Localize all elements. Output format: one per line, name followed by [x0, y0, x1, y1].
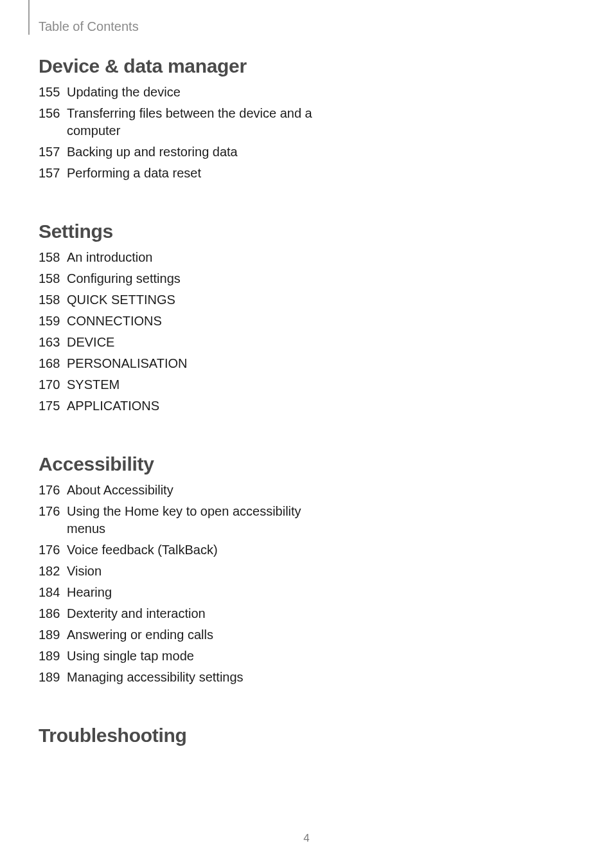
toc-section-settings: Settings 158 An introduction 158 Configu…	[39, 221, 315, 415]
toc-item[interactable]: 156 Transferring files between the devic…	[39, 105, 315, 140]
toc-page-number: 158	[39, 249, 67, 266]
toc-item-text: Vision	[67, 563, 315, 580]
toc-item[interactable]: 163 DEVICE	[39, 334, 315, 351]
toc-page-number: 168	[39, 355, 67, 372]
toc-page-number: 182	[39, 563, 67, 580]
toc-content: Device & data manager 155 Updating the d…	[39, 55, 315, 785]
toc-page-number: 189	[39, 626, 67, 644]
toc-item[interactable]: 157 Backing up and restoring data	[39, 143, 315, 161]
toc-list: 155 Updating the device 156 Transferring…	[39, 84, 315, 182]
toc-item-text: CONNECTIONS	[67, 312, 315, 330]
toc-page-number: 175	[39, 397, 67, 415]
toc-item-text: APPLICATIONS	[67, 397, 315, 415]
toc-item-text: Answering or ending calls	[67, 626, 315, 644]
section-title[interactable]: Device & data manager	[39, 55, 315, 77]
toc-item-text: Using the Home key to open accessibility…	[67, 503, 315, 538]
toc-page-number: 176	[39, 503, 67, 520]
toc-page-number: 176	[39, 482, 67, 499]
section-title[interactable]: Settings	[39, 221, 315, 242]
toc-page-number: 184	[39, 584, 67, 601]
toc-item[interactable]: 158 Configuring settings	[39, 270, 315, 287]
toc-item[interactable]: 158 An introduction	[39, 249, 315, 266]
toc-item-text: Hearing	[67, 584, 315, 601]
toc-item[interactable]: 157 Performing a data reset	[39, 165, 315, 182]
toc-item[interactable]: 189 Answering or ending calls	[39, 626, 315, 644]
toc-item-text: DEVICE	[67, 334, 315, 351]
toc-item[interactable]: 176 About Accessibility	[39, 482, 315, 499]
toc-page-number: 158	[39, 270, 67, 287]
toc-section-accessibility: Accessibility 176 About Accessibility 17…	[39, 453, 315, 686]
toc-list: 158 An introduction 158 Configuring sett…	[39, 249, 315, 415]
toc-item-text: Performing a data reset	[67, 165, 315, 182]
toc-item[interactable]: 155 Updating the device	[39, 84, 315, 101]
toc-item-text: PERSONALISATION	[67, 355, 315, 372]
toc-page-number: 170	[39, 376, 67, 393]
toc-item[interactable]: 182 Vision	[39, 563, 315, 580]
toc-item-text: Managing accessibility settings	[67, 669, 315, 686]
toc-page-number: 189	[39, 669, 67, 686]
toc-page-number: 155	[39, 84, 67, 101]
toc-item[interactable]: 189 Using single tap mode	[39, 647, 315, 665]
toc-page-number: 163	[39, 334, 67, 351]
toc-item-text: Backing up and restoring data	[67, 143, 315, 161]
section-title[interactable]: Troubleshooting	[39, 725, 315, 746]
toc-item-text: Configuring settings	[67, 270, 315, 287]
toc-page-number: 186	[39, 605, 67, 622]
toc-item-text: Updating the device	[67, 84, 315, 101]
toc-item-text: Transferring files between the device an…	[67, 105, 315, 140]
toc-list: 176 About Accessibility 176 Using the Ho…	[39, 482, 315, 686]
page-tab-mark	[28, 0, 30, 35]
toc-page-number: 157	[39, 165, 67, 182]
toc-section-device-data-manager: Device & data manager 155 Updating the d…	[39, 55, 315, 182]
toc-page-number: 158	[39, 291, 67, 309]
toc-item[interactable]: 159 CONNECTIONS	[39, 312, 315, 330]
toc-page-number: 157	[39, 143, 67, 161]
toc-item[interactable]: 176 Voice feedback (TalkBack)	[39, 541, 315, 559]
toc-page-number: 189	[39, 647, 67, 665]
toc-item[interactable]: 186 Dexterity and interaction	[39, 605, 315, 622]
toc-item[interactable]: 176 Using the Home key to open accessibi…	[39, 503, 315, 538]
running-head: Table of Contents	[39, 19, 139, 34]
toc-item-text: Dexterity and interaction	[67, 605, 315, 622]
toc-item[interactable]: 175 APPLICATIONS	[39, 397, 315, 415]
toc-item-text: Voice feedback (TalkBack)	[67, 541, 315, 559]
toc-item[interactable]: 189 Managing accessibility settings	[39, 669, 315, 686]
toc-page-number: 159	[39, 312, 67, 330]
toc-item-text: Using single tap mode	[67, 647, 315, 665]
toc-item-text: An introduction	[67, 249, 315, 266]
toc-page-number: 156	[39, 105, 67, 122]
toc-item-text: About Accessibility	[67, 482, 315, 499]
page-number: 4	[0, 832, 613, 845]
toc-page-number: 176	[39, 541, 67, 559]
toc-section-troubleshooting: Troubleshooting	[39, 725, 315, 746]
toc-item-text: QUICK SETTINGS	[67, 291, 315, 309]
toc-item[interactable]: 168 PERSONALISATION	[39, 355, 315, 372]
toc-item-text: SYSTEM	[67, 376, 315, 393]
toc-item[interactable]: 184 Hearing	[39, 584, 315, 601]
toc-item[interactable]: 170 SYSTEM	[39, 376, 315, 393]
toc-item[interactable]: 158 QUICK SETTINGS	[39, 291, 315, 309]
section-title[interactable]: Accessibility	[39, 453, 315, 475]
